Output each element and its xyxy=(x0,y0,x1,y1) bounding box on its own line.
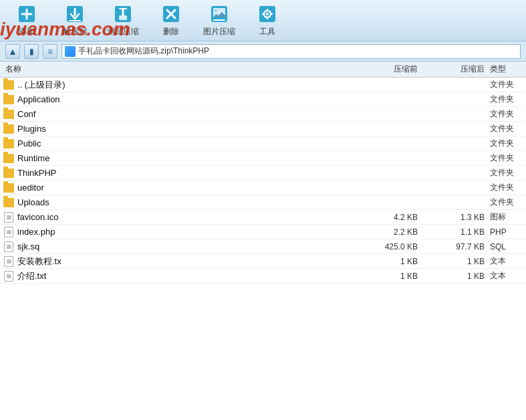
toolbar: 添加 解压到 xyxy=(0,0,526,41)
back-button[interactable]: ▲ xyxy=(5,44,20,59)
extract-label: 解压到 xyxy=(63,26,87,37)
tools-label: 工具 xyxy=(259,26,275,37)
svg-point-19 xyxy=(266,13,269,15)
file-name: favicon.ico xyxy=(17,212,356,222)
path-text: 手礼品卡回收网站源码.zip\ThinkPHP xyxy=(78,45,209,57)
file-name: 介绍.txt xyxy=(17,270,356,282)
table-row[interactable]: ueditor文件夹 xyxy=(0,181,526,195)
folder-icon xyxy=(3,182,15,194)
folder-icon xyxy=(3,167,15,179)
folder-icon xyxy=(3,94,15,106)
path-icon xyxy=(65,46,76,57)
col-name-header: 名称 xyxy=(3,64,356,75)
file-type: 图标 xyxy=(490,211,523,223)
file-size-after: 1.1 KB xyxy=(423,227,490,237)
tools-button[interactable]: 工具 xyxy=(246,1,289,40)
table-row[interactable]: Conf文件夹 xyxy=(0,107,526,122)
imgcompress-button[interactable]: 图片压缩 xyxy=(198,1,241,40)
file-type: PHP xyxy=(490,227,523,237)
file-name: Conf xyxy=(17,109,356,119)
delete-icon xyxy=(160,3,182,25)
file-name: Public xyxy=(17,138,356,148)
folder-icon xyxy=(3,79,15,91)
file-list: .. (上级目录)文件夹Application文件夹Conf文件夹Plugins… xyxy=(0,78,526,420)
file-name: ThinkPHP xyxy=(17,168,356,178)
file-type: 文件夹 xyxy=(490,108,523,120)
table-row[interactable]: ▤sjk.sq425.0 KB97.7 KBSQL xyxy=(0,239,526,254)
extract-icon xyxy=(64,3,86,25)
add-label: 添加 xyxy=(19,26,35,37)
file-size-before: 4.2 KB xyxy=(356,213,423,222)
file-type: 文件夹 xyxy=(490,94,523,105)
file-type: 文件夹 xyxy=(490,123,523,134)
imgcompress-label: 图片压缩 xyxy=(203,26,235,37)
col-after-header: 压缩后 xyxy=(423,64,490,75)
file-size-before: 2.2 KB xyxy=(356,227,423,237)
file-name: Application xyxy=(17,94,356,104)
table-row[interactable]: ▤favicon.ico4.2 KB1.3 KB图标 xyxy=(0,210,526,225)
col-type-header: 类型 xyxy=(490,64,523,75)
file-size-before: 1 KB xyxy=(356,272,423,281)
file-type: 文件夹 xyxy=(490,138,523,149)
file-type: 文件夹 xyxy=(490,167,523,179)
table-row[interactable]: Application文件夹 xyxy=(0,92,526,107)
file-type: 文件夹 xyxy=(490,79,523,90)
table-row[interactable]: Runtime文件夹 xyxy=(0,151,526,166)
add-button[interactable]: 添加 xyxy=(5,1,48,40)
file-icon: ▤ xyxy=(3,226,15,238)
file-name: index.php xyxy=(17,227,356,237)
add-icon xyxy=(16,3,37,25)
file-size-after: 1 KB xyxy=(423,272,490,281)
col-before-header: 压缩前 xyxy=(356,64,423,75)
file-name: Runtime xyxy=(17,153,356,163)
file-icon: ▤ xyxy=(3,211,15,223)
test-icon xyxy=(112,3,134,25)
view-details-button[interactable]: ▮ xyxy=(24,44,39,59)
file-name: 安装教程.tx xyxy=(17,255,356,268)
folder-icon xyxy=(3,197,15,209)
file-name: sjk.sq xyxy=(17,241,356,251)
table-row[interactable]: ThinkPHP文件夹 xyxy=(0,166,526,181)
tools-icon xyxy=(257,3,278,25)
table-row[interactable]: ▤安装教程.tx1 KB1 KB文本 xyxy=(0,254,526,269)
file-type: 文本 xyxy=(490,255,523,267)
file-name: Uploads xyxy=(17,197,356,207)
path-display[interactable]: 手礼品卡回收网站源码.zip\ThinkPHP xyxy=(61,44,521,59)
table-row[interactable]: Public文件夹 xyxy=(0,136,526,151)
file-type: 文件夹 xyxy=(490,182,523,193)
test-button[interactable]: 测试压缩 xyxy=(102,1,144,40)
file-icon: ▤ xyxy=(3,255,15,268)
file-type: 文本 xyxy=(490,270,523,282)
table-row[interactable]: Uploads文件夹 xyxy=(0,195,526,210)
file-size-after: 1 KB xyxy=(423,257,490,266)
file-size-after: 1.3 KB xyxy=(423,213,490,222)
test-label: 测试压缩 xyxy=(107,26,139,37)
delete-label: 删除 xyxy=(163,26,179,37)
file-type: SQL xyxy=(490,242,523,251)
folder-icon xyxy=(3,123,15,135)
extract-button[interactable]: 解压到 xyxy=(53,1,96,40)
folder-icon xyxy=(3,138,15,150)
address-bar: ▲ ▮ ≡ 手礼品卡回收网站源码.zip\ThinkPHP xyxy=(0,41,526,62)
view-list-button[interactable]: ≡ xyxy=(43,44,57,59)
table-row[interactable]: .. (上级目录)文件夹 xyxy=(0,78,526,92)
file-size-after: 97.7 KB xyxy=(423,242,490,251)
table-row[interactable]: Plugins文件夹 xyxy=(0,122,526,136)
file-type: 文件夹 xyxy=(490,152,523,164)
svg-point-15 xyxy=(215,9,217,12)
file-icon: ▤ xyxy=(3,270,15,282)
file-size-before: 1 KB xyxy=(356,257,423,266)
table-row[interactable]: ▤index.php2.2 KB1.1 KBPHP xyxy=(0,225,526,239)
delete-button[interactable]: 删除 xyxy=(150,1,192,40)
column-headers: 名称 压缩前 压缩后 类型 xyxy=(0,62,526,78)
file-name: ueditor xyxy=(17,183,356,193)
file-size-before: 425.0 KB xyxy=(356,242,423,251)
file-name: Plugins xyxy=(17,124,356,134)
table-row[interactable]: ▤介绍.txt1 KB1 KB文本 xyxy=(0,269,526,284)
folder-icon xyxy=(3,108,15,120)
imgcompress-icon xyxy=(209,3,230,25)
file-icon: ▤ xyxy=(3,241,15,253)
folder-icon xyxy=(3,152,15,165)
svg-rect-9 xyxy=(119,15,127,20)
file-type: 文件夹 xyxy=(490,197,523,208)
